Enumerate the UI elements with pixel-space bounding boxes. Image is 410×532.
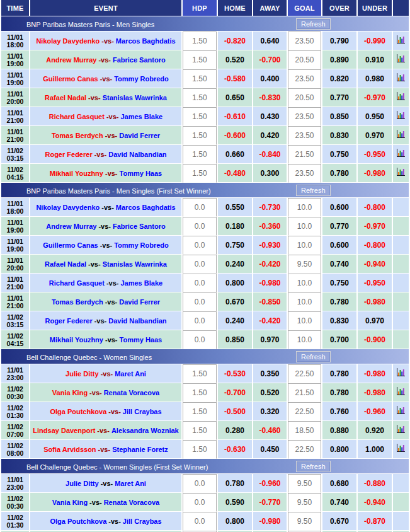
vs-separator: -vs- bbox=[96, 223, 113, 230]
match-row: 11/0200:30Vania King-vs-Renata Voracova0… bbox=[1, 493, 409, 512]
match-date: 11/02 bbox=[1, 166, 29, 173]
match-time: 11/0203:15 bbox=[1, 311, 29, 330]
stats-cell bbox=[393, 107, 409, 126]
bar-chart-icon[interactable] bbox=[396, 91, 406, 101]
bar-chart-icon[interactable] bbox=[396, 35, 406, 44]
hdp-value: 1.50 bbox=[183, 383, 217, 402]
goal-value: 23.50 bbox=[288, 107, 321, 126]
away-player-name: Marcos Baghdatis bbox=[116, 204, 176, 211]
stats-cell bbox=[393, 145, 409, 164]
home-odds: 0.850 bbox=[218, 330, 252, 349]
bar-chart-icon[interactable] bbox=[396, 367, 406, 377]
match-event: Andrew Murray-vs-Fabrice Santoro bbox=[30, 50, 181, 69]
away-odds: 0.640 bbox=[253, 32, 287, 50]
match-date: 11/02 bbox=[1, 332, 29, 340]
goal-value: 23.50 bbox=[288, 32, 321, 50]
bar-chart-icon[interactable] bbox=[396, 129, 406, 139]
match-time: 11/0123:00 bbox=[1, 364, 29, 383]
under-odds: 0.970 bbox=[358, 311, 392, 330]
bar-chart-icon[interactable] bbox=[396, 110, 406, 120]
home-player-name: Guillermo Canas bbox=[43, 75, 98, 83]
match-date: 11/01 bbox=[1, 366, 29, 374]
refresh-button[interactable]: Refresh bbox=[296, 18, 331, 30]
away-odds: 0.430 bbox=[253, 107, 287, 126]
home-odds: 0.280 bbox=[218, 421, 252, 440]
hdp-value: 1.50 bbox=[183, 145, 217, 164]
home-odds: -0.610 bbox=[218, 107, 252, 126]
match-event: Rafael Nadal-vs-Stanislas Wawrinka bbox=[30, 255, 181, 274]
refresh-button[interactable]: Refresh bbox=[296, 461, 331, 472]
refresh-button[interactable]: Refresh bbox=[296, 185, 331, 196]
away-odds: -0.830 bbox=[253, 88, 287, 107]
match-date: 11/01 bbox=[1, 219, 29, 226]
section-title: BNP Paribas Masters Paris - Men Singles … bbox=[1, 187, 211, 195]
goal-value: 22.50 bbox=[288, 402, 321, 421]
bar-chart-icon[interactable] bbox=[396, 148, 406, 158]
match-event: Nikolay Davydenko-vs-Marcos Baghdatis bbox=[30, 32, 181, 50]
goal-value: 9.50 bbox=[288, 255, 321, 274]
vs-separator: -vs- bbox=[96, 446, 113, 453]
goal-value: 10.0 bbox=[288, 217, 321, 236]
away-odds: -0.420 bbox=[253, 311, 287, 330]
hdp-value: 1.50 bbox=[183, 69, 217, 88]
goal-value: 22.50 bbox=[288, 440, 321, 459]
match-time: 11/0121:00 bbox=[1, 292, 29, 311]
stats-cell bbox=[393, 512, 409, 531]
match-start-time: 19:00 bbox=[1, 79, 29, 86]
away-odds: 0.520 bbox=[253, 383, 287, 402]
stats-cell bbox=[393, 69, 409, 88]
hdp-value: 1.50 bbox=[183, 50, 217, 69]
section-row: Bell Challenge Quebec - Women SinglesRef… bbox=[1, 349, 409, 364]
vs-separator: -vs- bbox=[93, 317, 109, 325]
over-odds: 0.750 bbox=[322, 274, 356, 292]
match-row: 11/0208:00Sofia Arvidsson-vs-Stephanie F… bbox=[1, 440, 409, 459]
match-time: 11/0119:00 bbox=[1, 236, 29, 255]
away-player-name: Tommy Haas bbox=[120, 336, 162, 344]
vs-separator: -vs- bbox=[88, 389, 104, 396]
match-time: 11/0201:30 bbox=[1, 402, 29, 421]
odds-table: TIME EVENT HDP HOME AWAY GOAL OVER UNDER… bbox=[0, 0, 410, 532]
match-row: 11/0201:30Olga Poutchkova-vs-Jill Crayba… bbox=[1, 512, 409, 531]
home-player-name: Rafael Nadal bbox=[45, 260, 86, 268]
under-odds: -0.980 bbox=[358, 383, 392, 402]
bar-chart-icon[interactable] bbox=[396, 386, 406, 396]
match-event: Vania King-vs-Renata Voracova bbox=[30, 383, 181, 402]
hdp-value: 0.0 bbox=[183, 330, 217, 349]
home-player-name: Mikhail Youzhny bbox=[50, 336, 103, 344]
bar-chart-icon[interactable] bbox=[396, 167, 406, 176]
match-start-time: 19:00 bbox=[1, 226, 29, 234]
bar-chart-icon[interactable] bbox=[396, 54, 406, 63]
goal-value: 23.50 bbox=[288, 164, 321, 183]
section-title: Bell Challenge Quebec - Women Singles (F… bbox=[1, 463, 208, 471]
away-player-name: Tommy Robredo bbox=[114, 241, 169, 249]
bar-chart-icon[interactable] bbox=[396, 424, 406, 434]
match-start-time: 03:15 bbox=[1, 154, 29, 162]
home-player-name: Guillermo Canas bbox=[43, 241, 98, 249]
stats-cell bbox=[393, 255, 409, 274]
over-odds: 0.740 bbox=[322, 493, 356, 512]
over-odds: 0.600 bbox=[322, 198, 356, 217]
match-date: 11/02 bbox=[1, 147, 29, 154]
home-odds: 0.240 bbox=[218, 255, 252, 274]
bar-chart-icon[interactable] bbox=[396, 443, 406, 453]
home-player-name: Olga Poutchkova bbox=[50, 408, 106, 415]
match-event: Sofia Arvidsson-vs-Stephanie Foretz bbox=[30, 440, 181, 459]
refresh-button[interactable]: Refresh bbox=[296, 351, 331, 362]
hdp-value: 1.50 bbox=[183, 421, 217, 440]
bar-chart-icon[interactable] bbox=[396, 72, 406, 82]
away-player-name: Tommy Robredo bbox=[114, 75, 169, 83]
hdp-value: 1.50 bbox=[183, 88, 217, 107]
away-player-name: Jill Craybas bbox=[123, 408, 162, 415]
match-row: 11/0201:30Olga Poutchkova-vs-Jill Crayba… bbox=[1, 402, 409, 421]
home-player-name: Olga Poutchkova bbox=[50, 518, 106, 525]
match-row: 11/0119:00Andrew Murray-vs-Fabrice Santo… bbox=[1, 217, 409, 236]
match-row: 11/0118:00Nikolay Davydenko-vs-Marcos Ba… bbox=[1, 198, 409, 217]
over-odds: 0.750 bbox=[322, 145, 356, 164]
stats-cell bbox=[393, 292, 409, 311]
home-odds: -0.500 bbox=[218, 402, 252, 421]
goal-value: 10.0 bbox=[288, 198, 321, 217]
bar-chart-icon[interactable] bbox=[396, 405, 406, 415]
home-player-name: Julie Ditty bbox=[65, 370, 99, 378]
match-time: 11/0121:00 bbox=[1, 126, 29, 145]
match-date: 11/02 bbox=[1, 442, 29, 449]
